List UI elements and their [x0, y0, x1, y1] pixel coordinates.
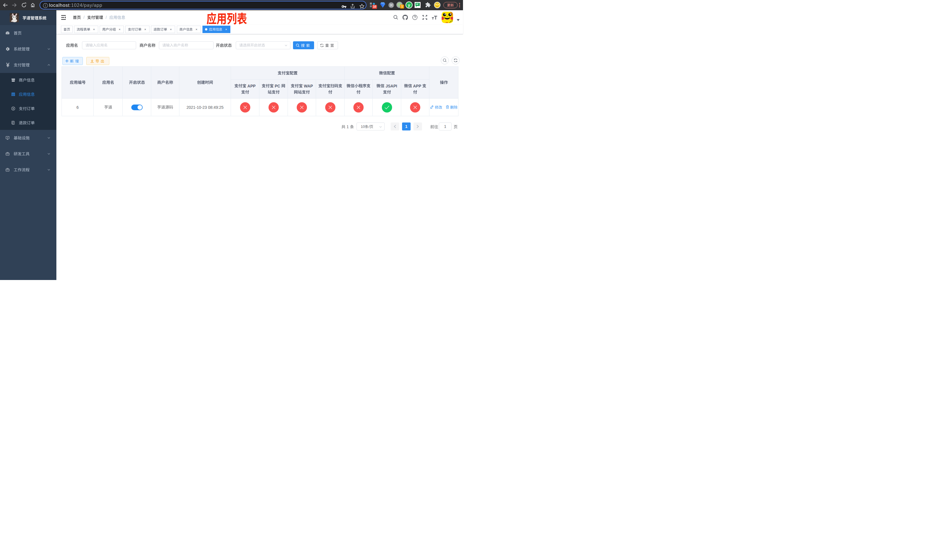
- svg-text:y: y: [408, 3, 410, 8]
- svg-text:⌘: ⌘: [390, 3, 393, 8]
